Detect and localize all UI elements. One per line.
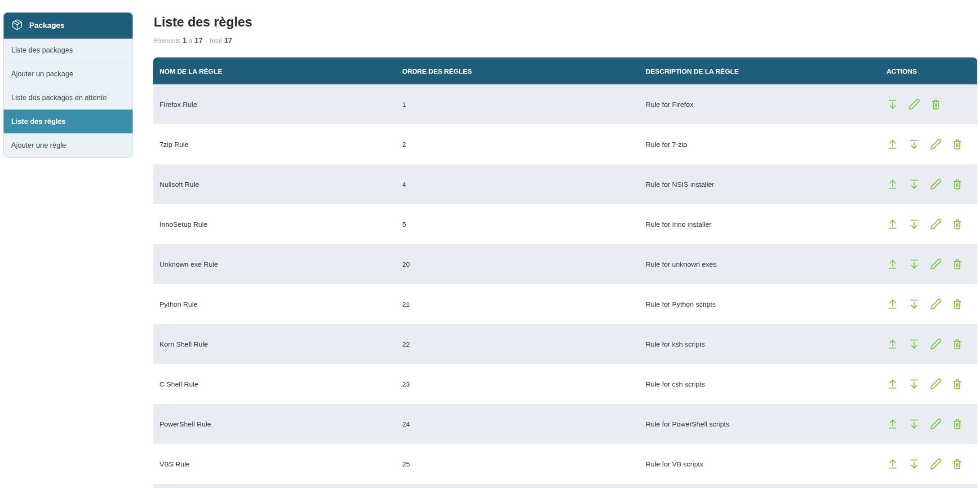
sidebar-item-liste-des-packages-en-attente[interactable]: Liste des packages en attente xyxy=(4,86,133,110)
rule-name-cell: 7zip Rule xyxy=(153,124,396,164)
rule-description-cell: Rule for Inno installer xyxy=(639,204,880,244)
rule-order-cell: 20 xyxy=(396,244,639,284)
move-down-icon[interactable] xyxy=(908,458,920,470)
table-row: PowerShell Rule 24 Rule for PowerShell s… xyxy=(153,404,977,444)
rule-description-cell: Rule for Python scripts xyxy=(639,284,880,324)
edit-icon[interactable] xyxy=(930,138,942,150)
move-up-icon[interactable] xyxy=(887,378,899,390)
range-separator: à xyxy=(189,37,192,44)
move-down-icon[interactable] xyxy=(908,218,920,230)
move-down-icon[interactable] xyxy=(887,98,899,110)
move-up-icon[interactable] xyxy=(887,338,899,350)
actions-group xyxy=(887,98,977,110)
rule-description-cell: Rule for PowerShell scripts xyxy=(639,404,880,444)
edit-icon[interactable] xyxy=(930,298,942,310)
table-row: C Shell Rule 23 Rule for csh scripts xyxy=(153,364,977,404)
rule-actions-cell xyxy=(880,204,977,244)
move-up-icon[interactable] xyxy=(887,218,899,230)
actions-group xyxy=(887,378,977,390)
column-header-order: ORDRE DES RÈGLES xyxy=(396,57,639,84)
rule-order-cell: 21 xyxy=(396,284,639,324)
move-up-icon[interactable] xyxy=(887,298,899,310)
delete-icon[interactable] xyxy=(930,98,942,110)
sidebar-item-label: Ajouter une règle xyxy=(11,141,66,149)
delete-icon[interactable] xyxy=(951,338,963,350)
rule-actions-cell xyxy=(880,284,977,324)
rule-order-cell: 23 xyxy=(396,364,639,404)
rules-table: NOM DE LA RÈGLE ORDRE DES RÈGLES DESCRIP… xyxy=(153,57,977,484)
move-down-icon[interactable] xyxy=(908,338,920,350)
actions-group xyxy=(887,298,977,310)
actions-group xyxy=(887,218,977,230)
total-count: 17 xyxy=(224,37,232,45)
rule-name-cell: Korn Shell Rule xyxy=(153,324,396,364)
page-title: Liste des règles xyxy=(154,15,252,30)
rule-name-cell: VBS Rule xyxy=(153,444,396,484)
move-down-icon[interactable] xyxy=(908,138,920,150)
table-row: Unknown exe Rule 20 Rule for unknown exe… xyxy=(153,244,977,284)
actions-group xyxy=(887,178,977,190)
rule-actions-cell xyxy=(880,444,977,484)
edit-icon[interactable] xyxy=(930,458,942,470)
rule-order-cell: 5 xyxy=(396,204,639,244)
delete-icon[interactable] xyxy=(951,258,963,270)
edit-icon[interactable] xyxy=(930,218,942,230)
rule-name-cell: Python Rule xyxy=(153,284,396,324)
sidebar-item-ajouter-une-regle[interactable]: Ajouter une règle xyxy=(4,133,133,157)
rule-description-cell: Rule for VB scripts xyxy=(639,444,880,484)
rule-description-cell: Rule for Firefox xyxy=(639,84,880,124)
delete-icon[interactable] xyxy=(951,178,963,190)
sidebar-item-liste-des-packages[interactable]: Liste des packages xyxy=(4,39,133,62)
rule-actions-cell xyxy=(880,244,977,284)
edit-icon[interactable] xyxy=(930,338,942,350)
table-row: InnoSetup Rule 5 Rule for Inno installer xyxy=(153,204,977,244)
range-to: 17 xyxy=(195,37,203,45)
edit-icon[interactable] xyxy=(930,378,942,390)
move-up-icon[interactable] xyxy=(887,418,899,430)
sidebar-item-ajouter-un-package[interactable]: Ajouter un package xyxy=(4,62,133,86)
delete-icon[interactable] xyxy=(951,138,963,150)
actions-group xyxy=(887,418,977,430)
rule-description-cell: Rule for unknown exes xyxy=(639,244,880,284)
elements-label: Elements xyxy=(154,37,180,44)
delete-icon[interactable] xyxy=(951,298,963,310)
rule-actions-cell xyxy=(880,364,977,404)
edit-icon[interactable] xyxy=(930,258,942,270)
sidebar-item-label: Liste des règles xyxy=(11,118,66,126)
rule-name-cell: Unknown exe Rule xyxy=(153,244,396,284)
rule-actions-cell xyxy=(880,164,977,204)
table-row-partial xyxy=(153,484,977,488)
actions-group xyxy=(887,138,977,150)
table-row: VBS Rule 25 Rule for VB scripts xyxy=(153,444,977,484)
column-header-actions: ACTIONS xyxy=(880,57,977,84)
delete-icon[interactable] xyxy=(951,218,963,230)
move-down-icon[interactable] xyxy=(908,178,920,190)
edit-icon[interactable] xyxy=(930,178,942,190)
edit-icon[interactable] xyxy=(908,98,920,110)
move-up-icon[interactable] xyxy=(887,258,899,270)
sidebar-item-label: Liste des packages xyxy=(11,46,73,54)
delete-icon[interactable] xyxy=(951,418,963,430)
rule-actions-cell xyxy=(880,84,977,124)
move-up-icon[interactable] xyxy=(887,138,899,150)
edit-icon[interactable] xyxy=(930,418,942,430)
sidebar-item-liste-des-regles[interactable]: Liste des règles xyxy=(4,110,133,133)
actions-group xyxy=(887,258,977,270)
rule-description-cell: Rule for ksh scripts xyxy=(639,324,880,364)
delete-icon[interactable] xyxy=(951,378,963,390)
move-down-icon[interactable] xyxy=(908,378,920,390)
sidebar-item-label: Liste des packages en attente xyxy=(11,94,107,102)
actions-group xyxy=(887,458,977,470)
move-up-icon[interactable] xyxy=(887,178,899,190)
table-header: NOM DE LA RÈGLE ORDRE DES RÈGLES DESCRIP… xyxy=(153,57,977,84)
delete-icon[interactable] xyxy=(951,458,963,470)
table-row: Firefox Rule 1 Rule for Firefox xyxy=(153,84,977,124)
move-down-icon[interactable] xyxy=(908,298,920,310)
move-up-icon[interactable] xyxy=(887,458,899,470)
table-row: 7zip Rule 2 Rule for 7-zip xyxy=(153,124,977,164)
move-down-icon[interactable] xyxy=(908,258,920,270)
rule-name-cell: Nullsoft Rule xyxy=(153,164,396,204)
package-icon xyxy=(11,19,23,33)
move-down-icon[interactable] xyxy=(908,418,920,430)
rule-order-cell: 22 xyxy=(396,324,639,364)
